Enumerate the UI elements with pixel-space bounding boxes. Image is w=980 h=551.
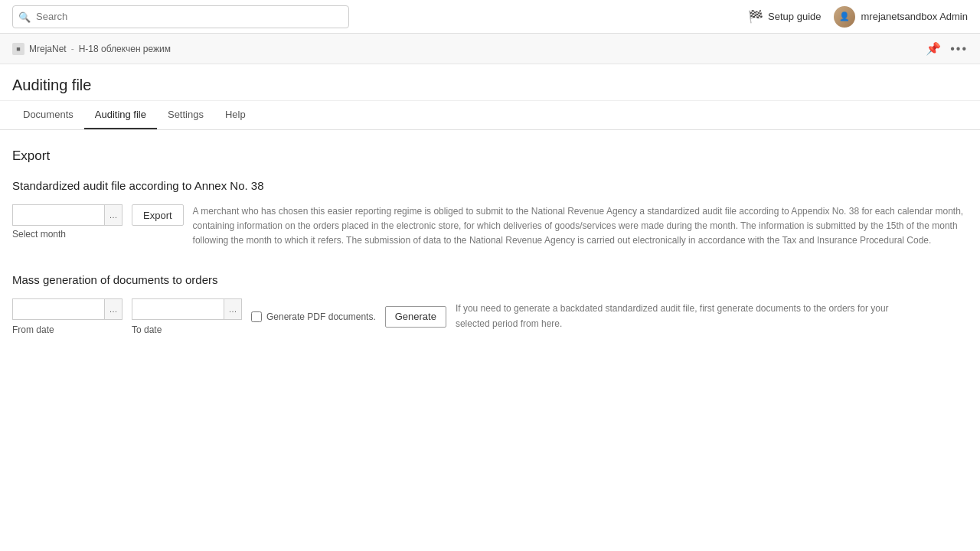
from-date-input[interactable]	[12, 298, 104, 320]
from-date-label: From date	[12, 324, 122, 335]
store-icon: ■	[12, 43, 24, 55]
more-options-icon[interactable]: •••	[950, 42, 968, 56]
generate-button[interactable]: Generate	[385, 306, 446, 328]
tab-nav: Documents Auditing file Settings Help	[0, 101, 980, 130]
pin-icon[interactable]: 📌	[926, 41, 941, 56]
tab-auditing-file[interactable]: Auditing file	[84, 101, 157, 129]
breadcrumb: ■ MrejaNet - Н-18 облекчен режим	[12, 43, 171, 55]
export-section: Export Standardized audit file according…	[12, 148, 968, 249]
tab-documents[interactable]: Documents	[12, 101, 84, 129]
store-name: MrejaNet	[29, 44, 67, 54]
user-area[interactable]: 👤 mrejanetsandbox Admin	[834, 6, 968, 28]
mass-gen-info-text: If you need to generate a backdated stan…	[456, 302, 915, 331]
search-container: 🔍	[12, 5, 349, 28]
select-month-input-wrap: …	[12, 204, 122, 226]
export-button[interactable]: Export	[132, 204, 184, 226]
setup-guide-link[interactable]: 🏁 Setup guide	[748, 9, 821, 24]
setup-guide-label: Setup guide	[768, 11, 821, 22]
main-content: Export Standardized audit file according…	[0, 130, 980, 369]
export-info-text: A merchant who has chosen this easier re…	[193, 204, 968, 249]
page-title: Auditing file	[12, 77, 968, 94]
tab-settings[interactable]: Settings	[157, 101, 214, 129]
top-nav: 🔍 🏁 Setup guide 👤 mrejanetsandbox Admin	[0, 0, 980, 34]
to-date-input-wrap: …	[132, 298, 242, 320]
to-date-label: To date	[132, 324, 242, 335]
avatar-image: 👤	[834, 6, 855, 28]
breadcrumb-mode: Н-18 облекчен режим	[79, 44, 171, 54]
search-input[interactable]	[12, 5, 349, 28]
select-month-picker-btn[interactable]: …	[104, 204, 122, 226]
export-row: … Select month Export A merchant who has…	[12, 204, 968, 249]
generate-pdf-label[interactable]: Generate PDF documents.	[251, 311, 376, 322]
from-date-group: … From date	[12, 298, 122, 335]
sub-header-actions: 📌 •••	[926, 41, 968, 56]
breadcrumb-separator: -	[71, 44, 74, 54]
to-date-picker-btn[interactable]: …	[224, 298, 242, 320]
generate-pdf-text: Generate PDF documents.	[266, 311, 376, 322]
export-section-title: Export	[12, 148, 968, 164]
to-date-input[interactable]	[132, 298, 224, 320]
page-title-area: Auditing file	[0, 64, 980, 101]
flag-icon: 🏁	[748, 9, 763, 24]
user-name-label: mrejanetsandbox Admin	[861, 11, 968, 22]
tab-help[interactable]: Help	[214, 101, 256, 129]
mass-generation-section: Mass generation of documents to orders ……	[12, 273, 968, 335]
avatar: 👤	[834, 6, 855, 28]
from-date-picker-btn[interactable]: …	[104, 298, 122, 320]
mass-gen-section-title: Mass generation of documents to orders	[12, 273, 968, 286]
mass-gen-controls: … From date … To date Generate PDF docum…	[12, 298, 968, 335]
sub-header: ■ MrejaNet - Н-18 облекчен режим 📌 •••	[0, 34, 980, 64]
search-icon: 🔍	[18, 11, 31, 22]
from-date-input-wrap: …	[12, 298, 122, 320]
select-month-label: Select month	[12, 229, 122, 240]
to-date-group: … To date	[132, 298, 242, 335]
export-subsection-title: Standardized audit file according to Ann…	[12, 179, 968, 192]
nav-right: 🏁 Setup guide 👤 mrejanetsandbox Admin	[748, 6, 968, 28]
generate-pdf-checkbox[interactable]	[251, 311, 262, 322]
select-month-input[interactable]	[12, 204, 104, 226]
select-month-group: … Select month	[12, 204, 122, 240]
